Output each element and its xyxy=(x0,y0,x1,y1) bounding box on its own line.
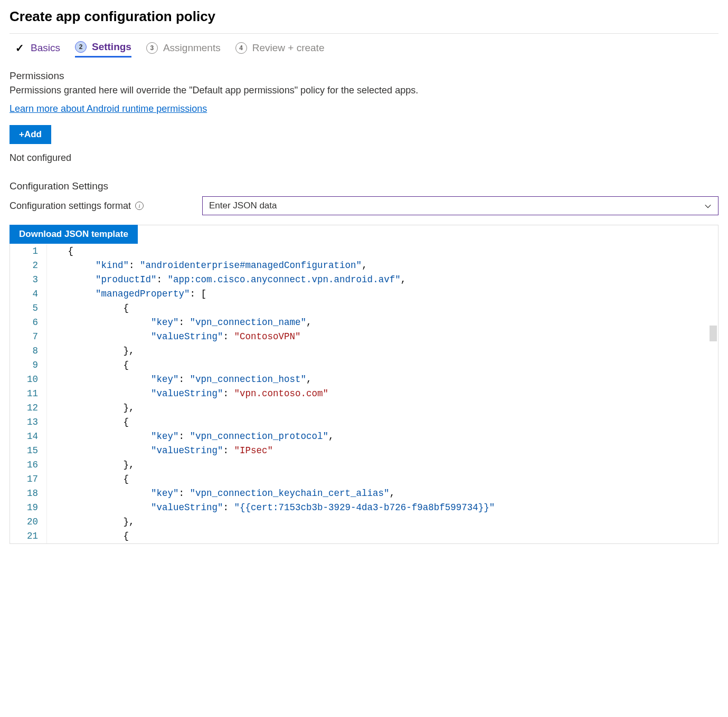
learn-more-link[interactable]: Learn more about Android runtime permiss… xyxy=(10,103,207,114)
wizard-stepper: ✓ Basics 2 Settings 3 Assignments 4 Revi… xyxy=(14,41,718,58)
scrollbar-thumb[interactable] xyxy=(710,326,717,341)
step-settings[interactable]: 2 Settings xyxy=(75,41,131,58)
step-label: Basics xyxy=(31,42,60,54)
permissions-status: Not configured xyxy=(10,152,718,164)
config-format-dropdown[interactable]: Enter JSON data xyxy=(202,196,718,215)
step-label: Assignments xyxy=(163,42,221,54)
config-format-label: Configuration settings format xyxy=(10,200,131,212)
step-assignments[interactable]: 3 Assignments xyxy=(146,42,221,57)
step-label: Settings xyxy=(92,41,131,53)
step-label: Review + create xyxy=(252,42,325,54)
download-json-template-button[interactable]: Download JSON template xyxy=(10,225,138,244)
step-basics[interactable]: ✓ Basics xyxy=(14,42,60,58)
json-editor: Download JSON template 12345678910111213… xyxy=(10,225,718,544)
step-review-create[interactable]: 4 Review + create xyxy=(235,42,325,57)
divider xyxy=(10,33,718,34)
editor-code-area[interactable]: { "kind": "androidenterprise#managedConf… xyxy=(47,244,718,543)
info-icon[interactable]: i xyxy=(135,202,144,210)
step-number-badge: 4 xyxy=(235,42,247,54)
config-format-row: Configuration settings format i Enter JS… xyxy=(10,196,718,215)
permissions-heading: Permissions xyxy=(10,70,718,82)
step-number-badge: 2 xyxy=(75,41,87,53)
page-title: Create app configuration policy xyxy=(10,8,718,25)
dropdown-value: Enter JSON data xyxy=(209,200,277,211)
permissions-description: Permissions granted here will override t… xyxy=(10,85,718,96)
add-permission-button[interactable]: +Add xyxy=(10,125,51,144)
config-settings-heading: Configuration Settings xyxy=(10,180,718,192)
editor-line-gutter: 123456789101112131415161718192021 xyxy=(10,244,47,543)
step-number-badge: 3 xyxy=(146,42,158,54)
checkmark-icon: ✓ xyxy=(14,42,25,54)
chevron-down-icon xyxy=(704,202,712,209)
